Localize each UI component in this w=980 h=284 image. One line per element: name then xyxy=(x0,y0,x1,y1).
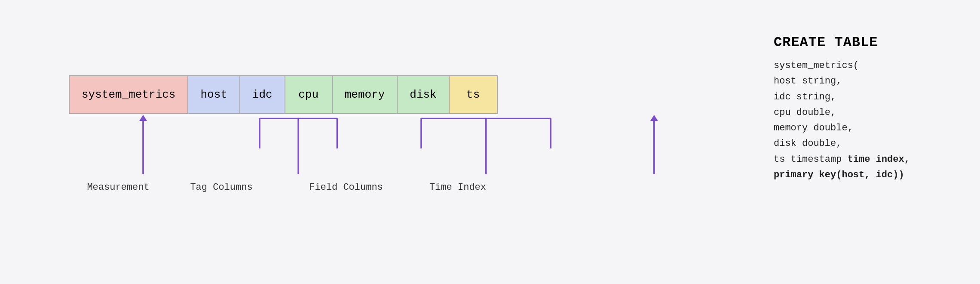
cell-cpu: cpu xyxy=(285,76,333,113)
cell-disk: disk xyxy=(398,76,449,113)
code-line-6: disk double, xyxy=(774,138,842,149)
code-line-5: memory double, xyxy=(774,123,853,133)
code-bold-time-index: time index, xyxy=(848,154,910,165)
annotations: Measurement Tag Columns Field Columns Ti… xyxy=(69,114,748,209)
measurement-annotation: Measurement xyxy=(87,182,149,193)
code-block: system_metrics( host string, idc string,… xyxy=(774,58,946,183)
code-line-7: ts timestamp time index, xyxy=(774,154,910,165)
table-row: system_metrics host idc cpu memory disk … xyxy=(69,75,498,114)
cell-host-label: host xyxy=(200,88,227,101)
code-line-3: idc string, xyxy=(774,92,836,102)
code-line-2: host string, xyxy=(774,76,842,86)
cell-measurement: system_metrics xyxy=(70,76,188,113)
cell-idc: idc xyxy=(240,76,285,113)
diagram-section: system_metrics host idc cpu memory disk … xyxy=(34,75,748,209)
code-line-1: system_metrics( xyxy=(774,60,859,71)
cell-memory: memory xyxy=(333,76,398,113)
time-annotation: Time Index xyxy=(429,182,486,193)
cell-memory-label: memory xyxy=(345,88,385,101)
code-line-8: primary key(host, idc)) xyxy=(774,170,904,180)
field-annotation: Field Columns xyxy=(309,182,383,193)
svg-marker-1 xyxy=(139,115,147,121)
cell-measurement-label: system_metrics xyxy=(82,88,175,101)
code-title: CREATE TABLE xyxy=(774,34,946,50)
cell-ts-label: ts xyxy=(466,88,480,101)
cell-ts: ts xyxy=(450,76,497,113)
code-line-4: cpu double, xyxy=(774,107,836,118)
cell-disk-label: disk xyxy=(410,88,436,101)
main-container: system_metrics host idc cpu memory disk … xyxy=(0,0,980,284)
tag-annotation: Tag Columns xyxy=(190,182,252,193)
cell-cpu-label: cpu xyxy=(298,88,318,101)
cell-idc-label: idc xyxy=(252,88,273,101)
code-section: CREATE TABLE system_metrics( host string… xyxy=(748,34,946,183)
svg-marker-11 xyxy=(650,115,658,121)
annotations-svg xyxy=(69,114,748,209)
cell-host: host xyxy=(188,76,240,113)
